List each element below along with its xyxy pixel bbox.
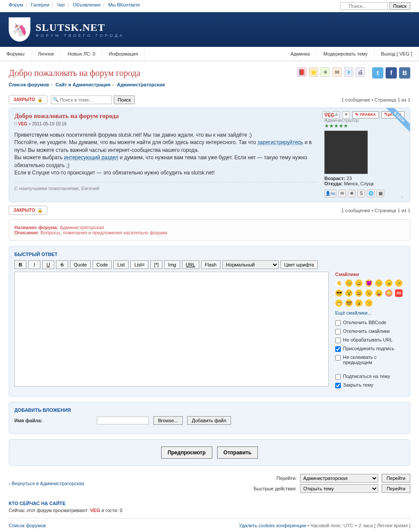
reply-textarea[interactable] [14,272,329,387]
bc-forum[interactable]: Администраторская [117,82,165,87]
smiley[interactable]: 😈 [365,279,373,287]
smiley[interactable]: 😐 [375,279,383,287]
chk-smileys[interactable]: Отключить смайлики [335,328,405,335]
bb-flash[interactable]: Flash [201,260,221,269]
smiley[interactable]: 😵 [345,289,353,297]
add-file-button[interactable]: Добавить файл [187,416,231,425]
smiley[interactable]: 😳 [385,289,393,297]
smiley[interactable]: 😕 [395,279,403,287]
bb-italic[interactable]: I [28,260,40,269]
www-icon[interactable]: 🌐 [367,190,375,197]
topbar-ads[interactable]: Объявления [73,2,101,7]
online-title: КТО СЕЙЧАС НА САЙТЕ [9,501,410,506]
facebook-icon[interactable]: f [386,67,397,79]
bb-code[interactable]: Code [92,260,112,269]
smiley[interactable]: 😆 [355,289,363,297]
icq-icon[interactable]: ❋ [348,190,356,197]
jump-button[interactable]: Перейти [382,474,410,483]
topic-search-input[interactable] [51,95,112,104]
register-link[interactable]: зарегистрируйтесь [257,139,303,145]
topbar-galleries[interactable]: Галереи [31,2,49,7]
smiley[interactable]: 👋 [335,279,343,287]
bb-url[interactable]: URL [182,260,199,269]
chk-sig[interactable]: Присоединить подпись [335,346,405,352]
preview-button[interactable]: Предпросмотр [161,447,212,459]
quick-select[interactable]: Открыть тему [300,484,378,493]
smiley[interactable]: 😮 [355,299,363,307]
smiley[interactable]: 😠 [385,279,393,287]
bb-quote[interactable]: Quote [70,260,91,269]
bb-img[interactable]: Img [164,260,180,269]
chk-url[interactable]: Не обрабатывать URL [335,337,405,343]
topbar-chat[interactable]: Чат [57,2,65,7]
gear-icon[interactable]: ✳ [320,67,330,77]
send-icon[interactable]: ✉ [332,67,342,77]
font-size-select[interactable]: Нормальный [222,260,279,269]
profile-username[interactable]: VEG [324,112,334,118]
smiley[interactable]: 🆘 [395,289,403,297]
smiley[interactable]: 😎 [335,289,343,297]
smiley[interactable]: 😁 [335,299,343,307]
post-title[interactable]: Добро пожаловать на форум города [14,112,318,120]
print-icon[interactable]: 🖨 [356,67,365,77]
bb-strike[interactable]: S [56,260,68,269]
bb-underline[interactable]: U [42,260,54,269]
smiley[interactable]: 🤓 [345,299,353,307]
smiley[interactable]: 😗 [365,299,373,307]
twitter-icon[interactable]: t [372,67,383,79]
file-input[interactable] [97,417,149,424]
page-title: Добро пожаловать на форум города [9,68,140,78]
footer-index[interactable]: Список форумов [9,523,46,528]
quick-label: Быстрые действия: [254,486,297,491]
sections-link[interactable]: интересующий раздел [64,154,118,161]
smiley[interactable]: 😄 [355,279,363,287]
smiley[interactable]: 😊 [345,279,353,287]
nav-personal[interactable]: Личное [31,47,61,61]
submit-button[interactable]: Отправить [217,447,258,459]
topbar-vk[interactable]: Мы ВКонтакте [108,2,140,7]
locked-button[interactable]: ЗАКРЫТО 🔒 [9,95,47,104]
nav-admin[interactable]: Админка [284,47,317,61]
search-input[interactable] [340,2,388,10]
font-color-button[interactable]: Цвет шрифта [280,260,318,269]
topbar-forum[interactable]: Форум [9,2,23,7]
chk-merge[interactable]: Не склеивать с предыдущим [335,355,405,365]
bb-olist[interactable]: List= [130,260,148,269]
delete-cookies[interactable]: Удалить cookies конференции [239,523,307,528]
more-smileys-link[interactable]: Ещё смайлики... [335,310,372,315]
jump-select[interactable]: Администраторская [300,474,378,483]
bb-bold[interactable]: B [14,260,26,269]
nav-pm[interactable]: Новых ЛС: 0 [61,47,102,61]
email-icon[interactable]: ✉ [338,190,346,197]
star-icon[interactable]: ⭐ [309,67,318,77]
topic-search-button[interactable]: Поиск [114,95,135,104]
lock-icon: 🔒 [37,97,43,102]
locked-button-bottom[interactable]: ЗАКРЫТО 🔒 [9,206,47,215]
quick-button[interactable]: Перейти [382,484,410,493]
online-user[interactable]: VEG [90,508,100,513]
goto-top-icon[interactable]: ◦ [401,194,406,199]
nav-logout[interactable]: Выход [ VEG ] [375,47,419,61]
skype-icon[interactable]: S [357,190,365,197]
vk-icon[interactable]: B [399,67,410,79]
nav-forums[interactable]: Форумы [0,47,31,61]
gallery-icon[interactable]: ▦ [376,190,384,197]
nav-info[interactable]: Информация [102,47,145,61]
bc-index[interactable]: Список форумов [9,82,49,87]
pm-icon[interactable]: 👤ЛС [324,190,337,197]
feed-icon[interactable]: 📕 [297,67,307,77]
bb-item[interactable]: [*] [150,260,162,269]
chk-bbcode[interactable]: Отключить BBCode [335,320,405,326]
chk-subscribe[interactable]: Подписаться на тему [335,374,405,380]
mail-icon[interactable]: 📧 [344,67,353,77]
post-author[interactable]: VEG [18,122,27,126]
return-link[interactable]: Вернуться в Администраторская [12,481,84,486]
smiley[interactable]: 😉 [365,289,373,297]
nav-moderate[interactable]: Модерировать тему [317,47,375,61]
bc-section[interactable]: Сайт и Администрация [56,82,111,87]
chk-lock[interactable]: Закрыть тему [335,382,405,388]
bb-list[interactable]: List [113,260,129,269]
smiley[interactable]: 😛 [375,289,383,297]
search-button[interactable]: Поиск [389,2,410,10]
browse-button[interactable]: Browse... [153,416,183,425]
